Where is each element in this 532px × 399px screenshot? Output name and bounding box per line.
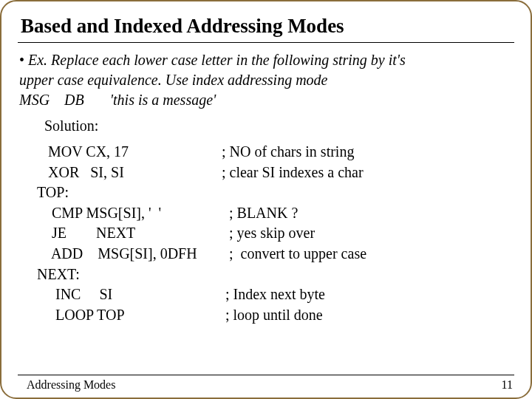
- title-divider: [18, 42, 514, 43]
- code-row: XOR SI, SI ; clear SI indexes a char: [37, 163, 514, 183]
- intro-line2: upper case equivalence. Use index addres…: [19, 72, 327, 88]
- code-label: NEXT:: [37, 265, 514, 285]
- slide-frame: Based and Indexed Addressing Modes • Ex.…: [0, 0, 532, 399]
- code-row: INC SI ; Index next byte: [37, 284, 514, 305]
- page-number: 11: [502, 378, 513, 392]
- code-instr: JE NEXT: [37, 223, 222, 244]
- code-row: CMP MSG[SI], ' ' ; BLANK ?: [37, 203, 514, 224]
- code-comment: ; loop until done: [222, 305, 323, 326]
- code-instr: CMP MSG[SI], ' ': [37, 203, 222, 224]
- intro-line3: MSG DB 'this is a message': [19, 92, 216, 108]
- code-block: MOV CX, 17 ; NO of chars in string XOR S…: [37, 142, 514, 325]
- code-comment: ; BLANK ?: [222, 203, 298, 224]
- code-instr: ADD MSG[SI], 0DFH: [37, 244, 222, 265]
- footer-left: Addressing Modes: [27, 378, 115, 392]
- code-row: LOOP TOP ; loop until done: [37, 305, 514, 326]
- slide-title: Based and Indexed Addressing Modes: [21, 15, 511, 38]
- code-instr: XOR SI, SI: [37, 163, 222, 183]
- code-comment: ; NO of chars in string: [222, 142, 354, 163]
- footer-divider: [18, 375, 514, 375]
- solution-label: Solution:: [44, 117, 514, 134]
- code-instr: MOV CX, 17: [37, 142, 222, 163]
- code-comment: ; convert to upper case: [222, 244, 366, 265]
- code-row: ADD MSG[SI], 0DFH ; convert to upper cas…: [37, 244, 514, 265]
- code-comment: ; clear SI indexes a char: [222, 163, 364, 183]
- footer: Addressing Modes 11: [1, 378, 531, 392]
- bullet-icon: •: [19, 52, 24, 68]
- code-instr: LOOP TOP: [37, 305, 222, 326]
- code-comment: ; Index next byte: [222, 284, 325, 305]
- intro-line1: Ex. Replace each lower case letter in th…: [28, 52, 406, 68]
- code-row: MOV CX, 17 ; NO of chars in string: [37, 142, 514, 163]
- code-comment: ; yes skip over: [222, 223, 315, 244]
- code-instr: INC SI: [37, 284, 222, 305]
- code-row: JE NEXT ; yes skip over: [37, 223, 514, 244]
- code-label: TOP:: [37, 183, 514, 203]
- intro-text: • Ex. Replace each lower case letter in …: [19, 50, 508, 110]
